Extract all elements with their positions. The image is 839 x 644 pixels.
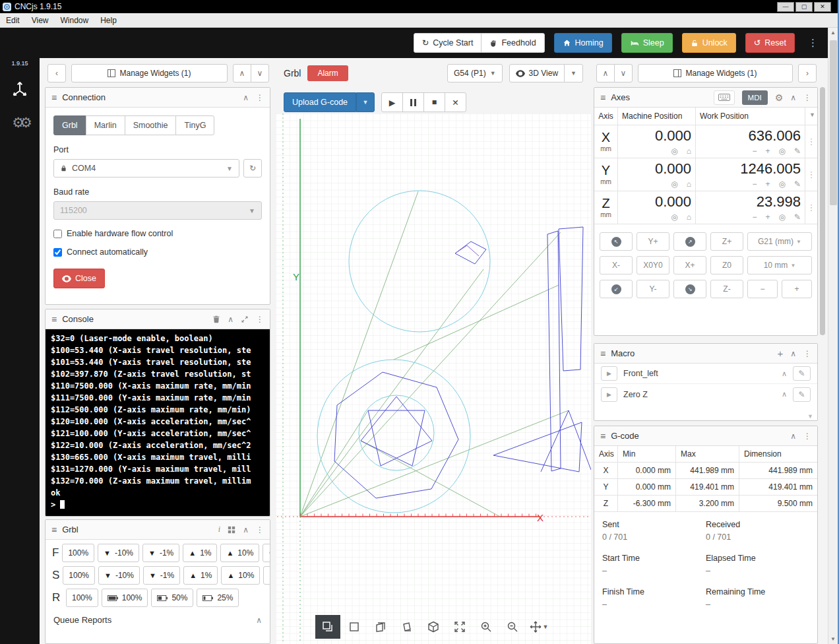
refresh-ports-button[interactable]: ↻ xyxy=(243,159,262,177)
menu-window[interactable]: Window xyxy=(54,14,94,27)
widget-kebab-icon[interactable]: ⋮ xyxy=(256,93,264,102)
edit-icon[interactable]: ✎ xyxy=(794,146,801,156)
minus-icon[interactable]: − xyxy=(752,212,757,222)
widget-kebab-icon[interactable]: ⋮ xyxy=(256,315,264,324)
axis-row-kebab-icon[interactable]: ⋮ xyxy=(805,158,817,191)
add-macro-icon[interactable]: + xyxy=(777,348,783,359)
jog-x-plus-y-plus-button[interactable]: ↗ xyxy=(673,232,706,251)
plus-icon[interactable]: + xyxy=(765,179,770,189)
tab-grbl[interactable]: Grbl xyxy=(53,115,86,135)
homing-button[interactable]: Homing xyxy=(554,33,612,53)
drag-handle-icon[interactable]: ≡ xyxy=(51,92,57,103)
zero-out-icon[interactable]: ◎ xyxy=(671,179,677,189)
cycle-start-button[interactable]: ↻ Cycle Start xyxy=(414,33,482,53)
home-icon[interactable]: ⌂ xyxy=(687,212,691,222)
tab-tinyg[interactable]: TinyG xyxy=(175,115,214,135)
stop-button[interactable]: ■ xyxy=(423,92,445,112)
jog-x-plus-y-minus-button[interactable]: ↘ xyxy=(673,280,706,298)
maximize-button[interactable]: ▢ xyxy=(795,2,813,12)
rapid-100-button[interactable]: 100% xyxy=(66,589,98,607)
settings-gears-icon[interactable]: ⚙⚙ xyxy=(12,115,28,131)
edit-icon[interactable]: ✎ xyxy=(794,212,801,222)
spindle-minus10-button[interactable]: ▼-10% xyxy=(98,566,140,585)
drag-handle-icon[interactable]: ≡ xyxy=(600,348,606,359)
view-mode-button[interactable]: 3D View xyxy=(509,64,565,82)
view-options-dropdown[interactable]: ▼ xyxy=(564,64,583,82)
jog-z0-button[interactable]: Z0 xyxy=(710,256,743,274)
alarm-state-badge[interactable]: Alarm xyxy=(307,65,348,81)
widget-kebab-icon[interactable]: ⋮ xyxy=(803,432,811,441)
jog-z-minus-button[interactable]: Z- xyxy=(710,280,743,298)
wcs-dropdown[interactable]: G54 (P1) ▼ xyxy=(447,64,503,82)
axis-row-kebab-icon[interactable]: ⋮ xyxy=(805,125,817,158)
feed-100-button[interactable]: 100% xyxy=(62,544,94,562)
sleep-button[interactable]: Sleep xyxy=(621,33,673,53)
move-widget-down-button[interactable]: ∨ xyxy=(614,64,633,82)
minimize-button[interactable]: — xyxy=(777,2,794,12)
feedhold-button[interactable]: Feedhold xyxy=(481,33,544,53)
collapse-widget-icon[interactable]: ∧ xyxy=(790,349,796,358)
play-button[interactable]: ▶ xyxy=(381,92,403,112)
feed-reset-button[interactable]: ↺ xyxy=(263,544,270,562)
move-widget-up-button[interactable]: ∧ xyxy=(596,64,615,82)
workspace-axes-icon[interactable] xyxy=(10,79,30,100)
spindle-plus10-button[interactable]: ▲10% xyxy=(221,566,260,585)
scrollbar-thumb[interactable] xyxy=(820,87,825,335)
widget-kebab-icon[interactable]: ⋮ xyxy=(803,349,811,358)
feed-minus1-button[interactable]: ▼-1% xyxy=(142,544,179,562)
visualizer-canvas[interactable]: Y X xyxy=(276,113,591,644)
edit-icon[interactable]: ✎ xyxy=(794,179,801,189)
flow-control-checkbox[interactable] xyxy=(53,230,62,238)
view-iso-button[interactable] xyxy=(394,615,420,639)
zero-out-icon[interactable]: ◎ xyxy=(778,212,785,222)
jog-y-minus-button[interactable]: Y- xyxy=(637,280,669,298)
view-3d-button[interactable] xyxy=(421,615,446,639)
collapse-widget-icon[interactable]: ∧ xyxy=(228,315,233,324)
grid-view-icon[interactable] xyxy=(228,526,235,534)
baud-select[interactable]: 115200 ▼ xyxy=(53,201,262,220)
manage-widgets-right-button[interactable]: Manage Widgets (1) xyxy=(638,64,793,82)
close-gcode-button[interactable]: ✕ xyxy=(445,92,466,112)
zero-out-icon[interactable]: ◎ xyxy=(778,146,785,156)
scroll-down-icon[interactable]: ▼ xyxy=(828,634,838,644)
home-icon[interactable]: ⌂ xyxy=(687,179,691,189)
tab-marlin[interactable]: Marlin xyxy=(86,115,125,135)
keypad-toggle-button[interactable] xyxy=(714,90,735,105)
right-panel-scrollbar[interactable] xyxy=(820,87,825,335)
scroll-down-icon[interactable]: ▼ xyxy=(807,413,813,420)
manage-widgets-left-button[interactable]: Manage Widgets (1) xyxy=(71,64,228,82)
unlock-button[interactable]: Unlock xyxy=(682,33,736,53)
close-connection-button[interactable]: Close xyxy=(53,269,105,288)
zoom-out-button[interactable] xyxy=(500,615,525,639)
minus-icon[interactable]: − xyxy=(752,179,757,189)
trash-icon[interactable] xyxy=(212,315,220,323)
macro-collapse-icon[interactable]: ∧ xyxy=(782,390,787,399)
collapse-section-icon[interactable]: ∧ xyxy=(256,616,262,625)
auto-connect-checkbox[interactable] xyxy=(53,248,62,257)
collapse-widget-icon[interactable]: ∧ xyxy=(243,525,249,534)
upload-options-dropdown[interactable]: ▼ xyxy=(356,92,375,112)
zero-out-icon[interactable]: ◎ xyxy=(671,212,677,222)
gear-icon[interactable]: ⚙ xyxy=(775,92,784,103)
drag-handle-icon[interactable]: ≡ xyxy=(600,92,606,103)
queue-reports-row[interactable]: Queue Reports ∧ xyxy=(46,607,270,625)
units-dropdown[interactable]: G21 (mm)▼ xyxy=(747,232,812,251)
drag-handle-icon[interactable]: ≡ xyxy=(51,525,57,535)
zero-out-icon[interactable]: ◎ xyxy=(671,146,677,156)
expand-widget-icon[interactable] xyxy=(241,315,249,323)
console-output[interactable]: $32=0 (Laser-mode enable, boolean) $100=… xyxy=(46,329,270,517)
collapse-widget-icon[interactable]: ∧ xyxy=(790,93,796,102)
zero-out-icon[interactable]: ◎ xyxy=(778,179,785,189)
spindle-minus1-button[interactable]: ▼-1% xyxy=(143,566,180,585)
view-front-button[interactable] xyxy=(342,615,367,639)
jog-z-plus-button[interactable]: Z+ xyxy=(710,232,743,251)
jog-x-minus-y-minus-button[interactable]: ↙ xyxy=(600,280,633,298)
pause-button[interactable] xyxy=(402,92,424,112)
move-widget-up-button[interactable]: ∧ xyxy=(233,64,251,82)
jog-x-plus-button[interactable]: X+ xyxy=(673,256,706,274)
view-top-button[interactable] xyxy=(315,615,340,639)
step-increase-button[interactable]: + xyxy=(782,280,812,298)
dro-options-dropdown[interactable]: ▼ xyxy=(805,108,817,125)
run-macro-button[interactable]: ▶ xyxy=(601,366,617,381)
minus-icon[interactable]: − xyxy=(752,146,757,156)
